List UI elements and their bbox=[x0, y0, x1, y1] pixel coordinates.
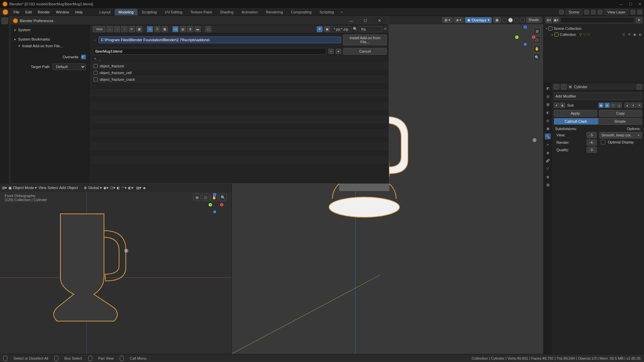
proptab-mesh-icon[interactable]: ▽ bbox=[545, 166, 551, 172]
overwrite-checkbox[interactable]: ✔ bbox=[81, 55, 86, 59]
mug-ortho-object[interactable] bbox=[47, 207, 141, 335]
modifier-realtime-vis-icon[interactable]: ▤ bbox=[604, 103, 610, 108]
nav-up-icon[interactable]: ↑ bbox=[121, 26, 127, 32]
tab-scripting[interactable]: Scripting bbox=[316, 9, 338, 15]
file-row[interactable]: object_fracture_cell bbox=[91, 69, 389, 76]
proptab-material-icon[interactable]: ◉ bbox=[545, 174, 551, 180]
display-list-long-icon[interactable]: ☰ bbox=[154, 26, 160, 32]
modifier-render-vis-icon[interactable]: ▣ bbox=[598, 103, 604, 108]
props-pin2-icon[interactable] bbox=[637, 84, 642, 89]
scene-new[interactable] bbox=[584, 10, 589, 14]
proptab-viewlayer-icon[interactable]: ▦ bbox=[545, 101, 551, 107]
modifier-expand-icon[interactable]: ▾ bbox=[554, 103, 559, 108]
shading-render-icon[interactable] bbox=[520, 18, 525, 22]
filename-input[interactable] bbox=[93, 48, 326, 55]
view-pan-icon[interactable]: ✋ bbox=[533, 45, 541, 52]
shading-solid-icon[interactable] bbox=[508, 18, 513, 22]
filter-ext[interactable]: *.py;*.zip bbox=[331, 26, 352, 32]
shading-wire-icon[interactable] bbox=[502, 18, 507, 22]
file-row[interactable]: object_fracture_crack bbox=[91, 76, 389, 83]
filepath-input[interactable] bbox=[99, 37, 341, 43]
prop-edit-icon-2[interactable]: ◐ bbox=[117, 186, 120, 190]
quality-field[interactable]: ‹3› bbox=[587, 147, 597, 153]
outliner-filter-icon[interactable]: ▼ bbox=[636, 17, 642, 23]
prefs-maximize[interactable]: ☐ bbox=[359, 17, 372, 25]
mode-select[interactable]: Object Mode ▾ bbox=[13, 186, 37, 190]
subdiv-catmull-option[interactable]: Catmull-Clark bbox=[554, 118, 598, 125]
sort-alpha-icon[interactable]: Aᴢ bbox=[172, 26, 178, 32]
proptab-modifier-icon[interactable]: 🔧 bbox=[545, 133, 551, 139]
tab-texture-paint[interactable]: Texture Paint bbox=[186, 9, 216, 15]
sidebar-install-addon[interactable]: ▾Install Add-on from File... bbox=[12, 43, 89, 49]
overlay-toggle-icon[interactable]: ◈ ▾ bbox=[454, 17, 464, 23]
proptab-render-icon[interactable]: ◩ bbox=[545, 85, 551, 91]
nav-refresh-icon[interactable]: ⟳ bbox=[129, 26, 135, 32]
sidebar-bookmarks[interactable]: ▸System Bookmarks bbox=[12, 36, 89, 43]
prop-falloff-icon[interactable]: ◠▾ bbox=[121, 186, 127, 190]
modifier-cage-icon[interactable]: △ bbox=[616, 103, 622, 108]
display-list-short-icon[interactable]: ≡ bbox=[147, 26, 153, 32]
props-pin-icon[interactable] bbox=[561, 84, 567, 89]
nav-forward-icon[interactable]: → bbox=[114, 26, 120, 32]
vl-object[interactable]: Object bbox=[67, 186, 78, 190]
nav-newfolder-icon[interactable]: ▦ bbox=[136, 26, 142, 32]
interaction-mode-icon[interactable]: ▣ bbox=[8, 186, 12, 190]
shading-lookdev-icon[interactable] bbox=[514, 18, 519, 22]
menu-window[interactable]: Window bbox=[53, 9, 72, 15]
pivot-icon[interactable]: ◉▾ bbox=[103, 186, 109, 190]
outliner-scene-collection[interactable]: ▾ Scene Collection bbox=[546, 25, 642, 32]
props-editor-icon[interactable] bbox=[554, 84, 559, 89]
file-row-parent[interactable]: ↰.. bbox=[91, 56, 389, 63]
overlays-dropdown[interactable]: ◉ Overlays ▾ bbox=[465, 17, 491, 23]
orientation-icon[interactable]: ⊕ bbox=[84, 186, 87, 190]
tab-uv-editing[interactable]: UV Editing bbox=[161, 9, 186, 15]
scene-icon[interactable] bbox=[559, 10, 564, 14]
modifier-moveup-icon[interactable]: ▴ bbox=[625, 103, 630, 108]
restrict-select-icon[interactable]: ☑ bbox=[622, 33, 626, 37]
outliner-search[interactable] bbox=[560, 17, 635, 23]
shading-options[interactable]: Shadin bbox=[526, 17, 541, 23]
filter-folder-icon[interactable]: ▣ bbox=[324, 26, 330, 32]
menu-edit[interactable]: Edit bbox=[23, 9, 35, 15]
outliner-mode-icon[interactable]: ▣▾ bbox=[553, 17, 559, 23]
viewport-3d-secondary[interactable]: ⊞▾ ▣ Object Mode ▾ View Select Add Objec… bbox=[0, 184, 232, 354]
targetpath-select[interactable]: Default bbox=[52, 63, 86, 70]
gizmo-options-icon[interactable]: ▤ ▾ bbox=[442, 17, 452, 23]
orientation-select[interactable]: Global ▾ bbox=[88, 186, 102, 190]
viewlayer-selector[interactable]: View Layer bbox=[604, 9, 629, 15]
proptab-texture-icon[interactable]: ▩ bbox=[545, 182, 551, 188]
menu-render[interactable]: Render bbox=[35, 9, 53, 15]
restrict-view-icon[interactable]: 👁 bbox=[627, 33, 631, 37]
filename-plus[interactable]: + bbox=[336, 49, 341, 54]
filter-search[interactable] bbox=[359, 26, 382, 32]
snap-icon-2[interactable]: ⬡▾ bbox=[110, 186, 115, 190]
window-maximize[interactable]: ☐ bbox=[629, 2, 632, 6]
modifier-editmode-icon[interactable]: ▽ bbox=[610, 103, 616, 108]
display-thumb-icon[interactable]: ▦ bbox=[162, 26, 168, 32]
show-hidden-icon[interactable]: ▢ bbox=[205, 26, 211, 32]
vl-view[interactable]: View bbox=[38, 186, 46, 190]
tab-compositing[interactable]: Compositing bbox=[287, 9, 316, 15]
proptab-physics-icon[interactable]: ◉ bbox=[545, 149, 551, 156]
modifier-apply-button[interactable]: Apply bbox=[554, 110, 597, 117]
outliner-collection[interactable]: ▸ Collection ▽▽▽ ☑ 👁 ▣ ◉ bbox=[546, 32, 642, 38]
uv-smooth-select[interactable]: Smooth, keep cor..▾ bbox=[599, 132, 642, 138]
add-modifier-dropdown[interactable]: Add Modifier bbox=[554, 93, 642, 100]
blender-icon[interactable] bbox=[3, 9, 8, 15]
sort-ext-icon[interactable]: ▤ bbox=[180, 26, 186, 32]
tab-layout[interactable]: Layout bbox=[96, 9, 115, 15]
orbit-gizmo[interactable]: ZXY bbox=[515, 25, 535, 46]
menu-help[interactable]: Help bbox=[72, 9, 86, 15]
disable-icon[interactable]: ◉ bbox=[638, 33, 642, 37]
filter-funnel-icon[interactable]: ▼ bbox=[317, 26, 323, 32]
window-close[interactable]: ✕ bbox=[638, 2, 641, 6]
nav-back-icon[interactable]: ← bbox=[107, 26, 113, 32]
restrict-render-icon[interactable]: ▣ bbox=[633, 33, 637, 37]
install-addon-button[interactable]: Install Add-on from File... bbox=[343, 35, 387, 45]
proptab-constraints-icon[interactable]: 🔗 bbox=[545, 158, 551, 164]
prop-conn-icon[interactable]: ◐▾ bbox=[128, 186, 133, 190]
proptab-output-icon[interactable]: ▤ bbox=[545, 93, 551, 99]
tab-modeling[interactable]: Modeling bbox=[115, 9, 138, 15]
vl-add[interactable]: Add bbox=[59, 186, 66, 190]
vl-camera-icon[interactable]: ◈ bbox=[143, 186, 146, 190]
